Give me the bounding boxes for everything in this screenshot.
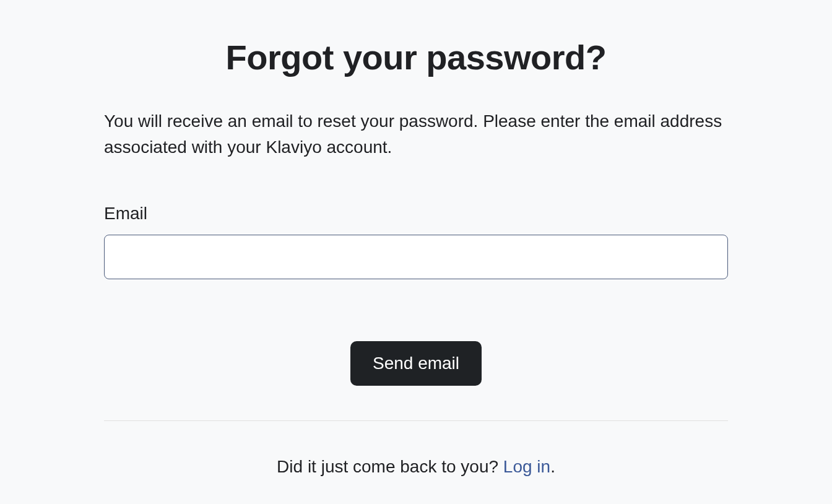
page-title: Forgot your password?	[104, 37, 728, 77]
description-text: You will receive an email to reset your …	[104, 108, 728, 160]
email-label: Email	[104, 204, 728, 224]
send-email-button[interactable]: Send email	[350, 341, 482, 386]
email-field-group: Email	[104, 204, 728, 279]
footer-text: Did it just come back to you? Log in.	[104, 457, 728, 477]
forgot-password-container: Forgot your password? You will receive a…	[104, 0, 728, 477]
login-link[interactable]: Log in	[503, 457, 550, 476]
divider	[104, 420, 728, 421]
footer-suffix: .	[550, 457, 555, 476]
button-row: Send email	[104, 341, 728, 386]
email-input[interactable]	[104, 235, 728, 279]
footer-prompt: Did it just come back to you?	[277, 457, 503, 476]
